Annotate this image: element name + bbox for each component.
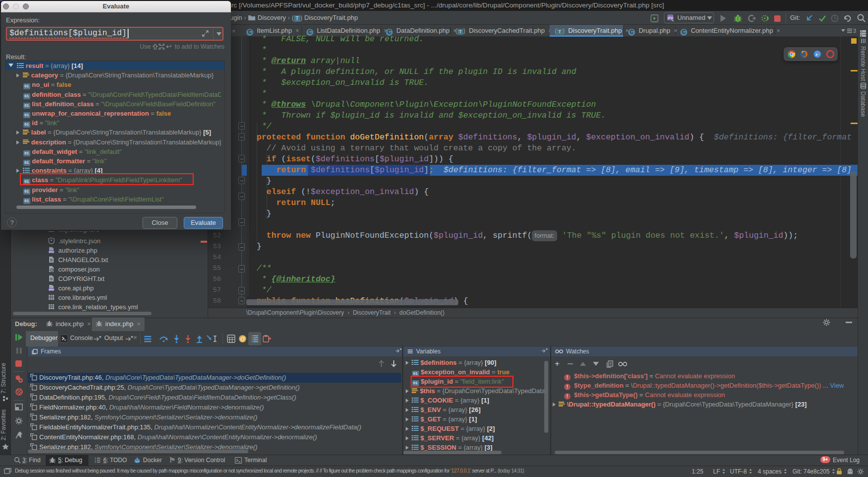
svg-text:php: php bbox=[667, 16, 673, 20]
svg-text:php: php bbox=[49, 250, 54, 253]
svg-text:php: php bbox=[49, 288, 54, 291]
svg-text:@: @ bbox=[240, 336, 245, 341]
